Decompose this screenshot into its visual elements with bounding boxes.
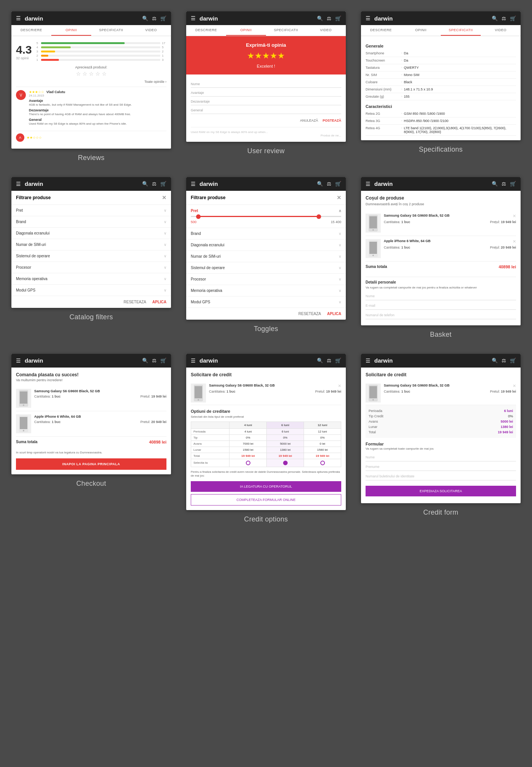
- field-avantaje[interactable]: Avantaje: [191, 91, 341, 97]
- filter-memory[interactable]: Memoria operativa∨: [11, 273, 171, 285]
- menu-icon-checkout[interactable]: ☰: [16, 358, 21, 364]
- filter-close-btn[interactable]: ✕: [162, 195, 166, 201]
- ur-tab-descriere[interactable]: DESCRIERE: [186, 25, 226, 36]
- tab-specificatii[interactable]: SPECIFICATII: [91, 25, 131, 36]
- cf2-field-prenume[interactable]: Prenume: [366, 463, 516, 471]
- toggle-filter-os[interactable]: Sistemul de operare∨: [186, 262, 346, 274]
- spec-tab-descriere[interactable]: DESCRIERE: [361, 25, 401, 36]
- filter-diagonala[interactable]: Diagonala ecranului∨: [11, 228, 171, 239]
- cart-icon-cf2[interactable]: 🛒: [510, 358, 516, 363]
- menu-icon[interactable]: ☰: [16, 15, 21, 21]
- cart-icon-co[interactable]: 🛒: [335, 358, 341, 363]
- field-basket-phone[interactable]: Numarul de telefon: [366, 311, 516, 319]
- compare-icon-basket[interactable]: ⚖: [502, 181, 506, 187]
- radio-12luni[interactable]: [320, 461, 325, 465]
- filter-reset-btn[interactable]: RESETEAZA: [124, 300, 146, 304]
- compare-icon-tg[interactable]: ⚖: [327, 181, 331, 187]
- toggle-filter-diag[interactable]: Diagonala ecranului∨: [186, 239, 346, 251]
- ur-tab-opinii[interactable]: OPINII: [226, 25, 266, 36]
- toggle-reset-btn[interactable]: RESETEAZA: [298, 312, 321, 316]
- search-icon-tg[interactable]: 🔍: [317, 181, 323, 187]
- toggle-filter-mem[interactable]: Memoria operativa∨: [186, 285, 346, 296]
- compare-icon-spec[interactable]: ⚖: [502, 16, 506, 21]
- field-dezavantaje[interactable]: Dezavantaje: [191, 100, 341, 105]
- review-modal-stars[interactable]: ★★★★★: [191, 51, 341, 61]
- filter-procesor[interactable]: Procesor∨: [11, 262, 171, 273]
- cancel-btn[interactable]: ANUL​EAZĂ: [300, 119, 318, 122]
- cart-icon-basket[interactable]: 🛒: [510, 181, 516, 187]
- tab-video[interactable]: VIDEO: [131, 25, 171, 36]
- empty-stars[interactable]: ☆ ☆ ☆ ☆ ☆: [16, 71, 166, 77]
- post-btn[interactable]: POSTEAZĂ: [323, 119, 341, 122]
- search-icon[interactable]: 🔍: [142, 16, 148, 21]
- filter-apply-btn[interactable]: APLICA: [152, 300, 166, 304]
- price-slider[interactable]: [191, 216, 341, 217]
- search-icon-ur[interactable]: 🔍: [317, 16, 323, 21]
- field-basket-name[interactable]: Nume: [366, 292, 516, 300]
- compare-icon-co[interactable]: ⚖: [327, 358, 331, 363]
- compare-icon-ur[interactable]: ⚖: [327, 16, 331, 21]
- radio-6luni[interactable]: [283, 461, 288, 465]
- ur-tab-video[interactable]: VIDEO: [306, 25, 346, 36]
- cf2-item-remove[interactable]: ✕: [513, 384, 516, 388]
- search-icon-co[interactable]: 🔍: [317, 358, 323, 363]
- cart-icon[interactable]: 🛒: [160, 16, 166, 21]
- toggle-filter-close[interactable]: ✕: [337, 195, 341, 201]
- filter-sim[interactable]: Numar de SIM-uri∨: [11, 239, 171, 250]
- cart-icon-checkout[interactable]: 🛒: [160, 358, 166, 363]
- spec-tab-video[interactable]: VIDEO: [481, 25, 521, 36]
- search-icon-checkout[interactable]: 🔍: [142, 358, 148, 363]
- compare-icon-checkout[interactable]: ⚖: [152, 358, 157, 363]
- menu-icon-basket[interactable]: ☰: [366, 181, 370, 187]
- menu-icon-co[interactable]: ☰: [191, 358, 196, 364]
- basket-item-2-remove[interactable]: ✕: [513, 239, 516, 244]
- search-icon-cf[interactable]: 🔍: [142, 181, 148, 187]
- menu-icon-tg[interactable]: ☰: [191, 181, 196, 187]
- btn-operator[interactable]: IA LEGATURA CU OPERATORUL: [191, 481, 341, 492]
- cf2-field-name[interactable]: Nume: [366, 453, 516, 461]
- filter-pret[interactable]: Pret∨: [11, 205, 171, 216]
- cart-icon-ur[interactable]: 🛒: [335, 16, 341, 21]
- tab-descriere[interactable]: DESCRIERE: [11, 25, 51, 36]
- filter-brand[interactable]: Brand∨: [11, 216, 171, 228]
- cart-icon-spec[interactable]: 🛒: [510, 16, 516, 21]
- price-thumb-right[interactable]: [317, 214, 321, 219]
- cart-icon-cf[interactable]: 🛒: [160, 181, 166, 187]
- toggle-apply-btn[interactable]: APLICA: [327, 312, 341, 316]
- menu-icon-ur[interactable]: ☰: [191, 15, 196, 21]
- filter-os[interactable]: Sistemul de operare∨: [11, 250, 171, 262]
- radio-4luni[interactable]: [246, 461, 250, 465]
- toggle-filter-proc[interactable]: Procesor∨: [186, 274, 346, 285]
- compare-icon-cf2[interactable]: ⚖: [502, 358, 506, 363]
- toggle-filter-sim[interactable]: Numar de SIM-uri∨: [186, 251, 346, 262]
- chevron-up-price[interactable]: ∧: [339, 209, 341, 213]
- see-all-link[interactable]: Toate opiniile ›: [16, 80, 166, 84]
- basket-item-1-remove[interactable]: ✕: [513, 214, 516, 219]
- cart-icon-tg[interactable]: 🛒: [335, 181, 341, 187]
- ur-tab-specificatii[interactable]: SPECIFICATII: [266, 25, 306, 36]
- checkout-back-btn[interactable]: INAPOI LA PAGINA PRINCIPALA: [16, 458, 166, 470]
- field-nume[interactable]: Nume: [191, 82, 341, 88]
- menu-icon-cf2[interactable]: ☰: [366, 358, 370, 364]
- compare-icon-cf[interactable]: ⚖: [152, 181, 157, 187]
- toggle-filter-gps[interactable]: Modul GPS∨: [186, 296, 346, 308]
- co-item-remove[interactable]: ✕: [338, 384, 341, 388]
- search-icon-spec[interactable]: 🔍: [492, 16, 498, 21]
- search-icon-cf2[interactable]: 🔍: [492, 358, 498, 363]
- cf2-field-buletin[interactable]: Numarul buletinului de identitate: [366, 472, 516, 480]
- credit-note: Pentru a finaliza solicitarea de credit …: [191, 470, 341, 478]
- spec-tab-specificatii[interactable]: SPECIFICATII: [441, 25, 481, 36]
- spec-tab-opinii[interactable]: OPINII: [401, 25, 441, 36]
- search-icon-basket[interactable]: 🔍: [492, 181, 498, 187]
- price-thumb-left[interactable]: [196, 214, 201, 219]
- tab-opinii[interactable]: OPINII: [51, 25, 91, 36]
- field-basket-email[interactable]: E-mail: [366, 302, 516, 310]
- cf2-submit-btn[interactable]: EXPEDIAZA SOLICITAREA: [366, 486, 516, 496]
- menu-icon-spec[interactable]: ☰: [366, 15, 370, 21]
- filter-gps[interactable]: Modul GPS∨: [11, 285, 171, 296]
- btn-online[interactable]: COMPLETEAZA FORMULAR ONLINE: [191, 494, 341, 506]
- menu-icon-cf[interactable]: ☰: [16, 181, 21, 187]
- compare-icon[interactable]: ⚖: [152, 16, 157, 21]
- field-general[interactable]: General: [191, 108, 341, 114]
- toggle-filter-brand[interactable]: Brand∨: [186, 228, 346, 239]
